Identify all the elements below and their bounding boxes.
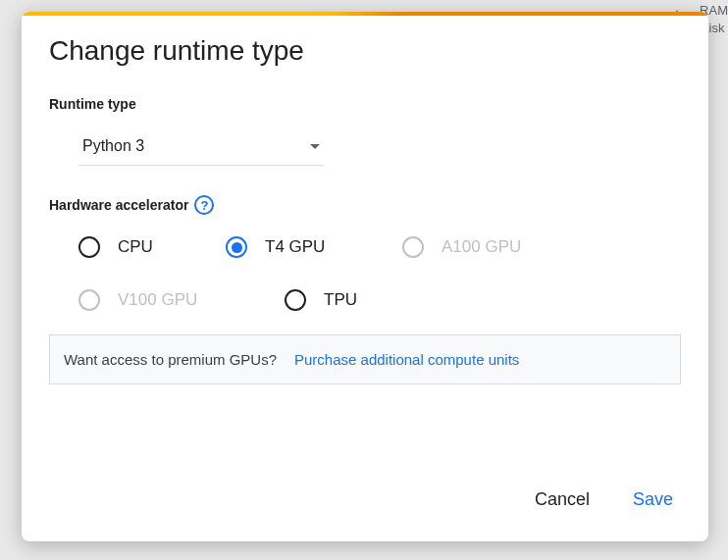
- help-icon[interactable]: ?: [194, 195, 214, 215]
- chevron-down-icon: [310, 144, 320, 149]
- dialog-title: Change runtime type: [49, 35, 681, 67]
- radio-label: A100 GPU: [442, 237, 521, 257]
- promo-text: Want access to premium GPUs?: [64, 351, 277, 368]
- runtime-type-value: Python 3: [82, 137, 144, 155]
- radio-icon: [226, 236, 247, 258]
- accelerator-radio-a100: A100 GPU: [402, 236, 598, 258]
- premium-promo: Want access to premium GPUs? Purchase ad…: [49, 334, 681, 384]
- dialog-actions: Cancel Save: [22, 462, 708, 541]
- dialog-content: Change runtime type Runtime type Python …: [22, 16, 708, 462]
- accelerator-label: Hardware accelerator ?: [49, 195, 681, 215]
- radio-icon: [78, 289, 100, 311]
- accelerator-label-text: Hardware accelerator: [49, 197, 188, 213]
- radio-label: V100 GPU: [118, 290, 197, 310]
- runtime-dialog: Change runtime type Runtime type Python …: [22, 12, 708, 541]
- accelerator-radio-v100: V100 GPU: [78, 289, 285, 311]
- radio-label: CPU: [118, 237, 153, 257]
- save-button[interactable]: Save: [627, 485, 679, 514]
- radio-icon: [285, 289, 306, 311]
- accelerator-radio-tpu[interactable]: TPU: [285, 289, 357, 311]
- radio-label: T4 GPU: [265, 237, 325, 257]
- radio-icon: [402, 236, 424, 258]
- promo-link[interactable]: Purchase additional compute units: [294, 351, 519, 368]
- cancel-button[interactable]: Cancel: [529, 485, 596, 514]
- accelerator-radio-group: CPU T4 GPU A100 GPU V100 GPU TPU: [78, 236, 681, 311]
- accelerator-radio-t4[interactable]: T4 GPU: [226, 236, 402, 258]
- runtime-type-label: Runtime type: [49, 96, 681, 112]
- radio-icon: [78, 236, 100, 258]
- accelerator-radio-cpu[interactable]: CPU: [78, 236, 226, 258]
- radio-label: TPU: [324, 290, 357, 310]
- runtime-type-select[interactable]: Python 3: [78, 129, 324, 166]
